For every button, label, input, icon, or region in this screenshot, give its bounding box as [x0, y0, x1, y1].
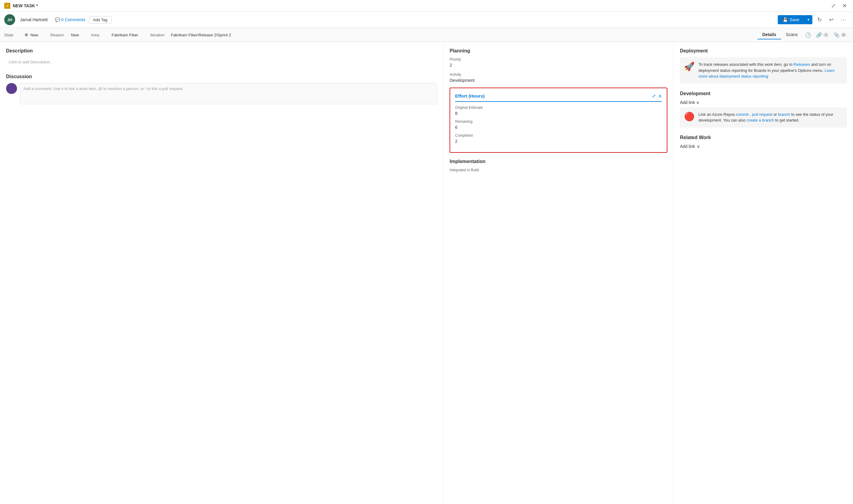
commit-link[interactable]: commit	[736, 112, 749, 117]
state-value[interactable]: New	[30, 33, 38, 37]
original-estimate-label: Original Estimate	[455, 106, 662, 110]
area-label: Area	[91, 33, 109, 37]
save-icon: 💾	[783, 17, 788, 22]
development-section: Development Add link ∨ 🔴 Link an Azure R…	[680, 91, 847, 128]
maximize-button[interactable]: ⤢	[829, 2, 837, 10]
area-field: Area Fabrikam Fiber	[91, 33, 138, 37]
reason-value[interactable]: New	[71, 33, 79, 37]
author-actions: 💬 0 Comments Add Tag	[55, 16, 111, 24]
right-panel: Deployment 🚀 To track releases associate…	[674, 42, 853, 504]
implementation-title: Implementation	[450, 159, 667, 164]
state-field: State New	[4, 33, 38, 37]
effort-collapse-button[interactable]: ∧	[658, 93, 662, 99]
effort-box: Effort (Hours) ⤢ ∧ Original Estimate 8 R…	[450, 88, 667, 153]
planning-title: Planning	[450, 48, 667, 54]
attachments-badge: 0	[841, 33, 846, 37]
related-add-link[interactable]: Add link ∨	[680, 144, 847, 149]
tabs: Details Scans 🕐 🔗 1 📎 0	[758, 30, 849, 39]
activity-field: Activity Development	[450, 72, 667, 83]
deployment-section: Deployment 🚀 To track releases associate…	[680, 48, 847, 84]
priority-field: Priority 2	[450, 57, 667, 68]
development-text: Link an Azure Repos commit , pull reques…	[698, 111, 843, 123]
create-branch-link[interactable]: create a branch	[747, 118, 774, 123]
effort-icons: ⤢ ∧	[652, 93, 662, 99]
comment-icon: 💬	[55, 17, 60, 22]
chevron-down-icon: ∨	[697, 144, 700, 149]
middle-panel: Planning Priority 2 Activity Development…	[443, 42, 674, 504]
iteration-label: Iteration	[150, 33, 168, 37]
priority-value[interactable]: 2	[450, 63, 667, 68]
deployment-title: Deployment	[680, 48, 847, 54]
original-estimate-value[interactable]: 8	[455, 111, 662, 116]
effort-expand-button[interactable]: ⤢	[652, 93, 656, 99]
description-title: Description	[6, 48, 437, 54]
history-icon: 🕐	[805, 32, 811, 38]
tab-details[interactable]: Details	[758, 30, 781, 39]
original-estimate-field: Original Estimate 8	[455, 106, 662, 116]
branch-link[interactable]: branch	[778, 112, 790, 117]
implementation-section: Implementation Integrated in Build	[450, 159, 667, 172]
effort-title: Effort (Hours)	[455, 93, 485, 98]
left-panel: Description Click to add Description. Di…	[0, 42, 443, 504]
area-value[interactable]: Fabrikam Fiber	[111, 33, 138, 37]
related-work-title: Related Work	[680, 135, 847, 140]
pull-request-link[interactable]: pull request	[752, 112, 772, 117]
task-icon: ✓	[4, 3, 10, 9]
development-card: 🔴 Link an Azure Repos commit , pull requ…	[680, 107, 847, 128]
title-bar-left: ✓ NEW TASK *	[4, 3, 38, 9]
save-button[interactable]: 💾 Save	[778, 15, 804, 24]
undo-button[interactable]: ↩	[826, 15, 836, 24]
discussion-input-area: Add a comment. Use # to link a work item…	[6, 83, 437, 104]
author-name: Jamal Hartnett	[20, 17, 48, 22]
remaining-value[interactable]: 6	[455, 125, 662, 130]
author-bar: JH Jamal Hartnett 💬 0 Comments Add Tag 💾…	[0, 12, 853, 28]
tab-scans[interactable]: Scans	[781, 30, 803, 39]
save-dropdown-button[interactable]: ▾	[804, 15, 812, 24]
development-title: Development	[680, 91, 847, 96]
iteration-value[interactable]: Fabrikam Fiber\Release 2\Sprint 2	[171, 33, 231, 37]
deployment-text: To track releases associated with this w…	[698, 61, 843, 79]
title-bar: ✓ NEW TASK * ⤢ ✕	[0, 0, 853, 12]
link-icon: 🔗	[816, 32, 822, 38]
more-options-button[interactable]: ⋯	[838, 15, 849, 24]
remaining-label: Remaining	[455, 120, 662, 124]
title-bar-right: ⤢ ✕	[829, 2, 849, 10]
completed-label: Completed	[455, 133, 662, 138]
avatar: JH	[4, 14, 15, 25]
iteration-field: Iteration Fabrikam Fiber\Release 2\Sprin…	[150, 33, 231, 37]
planning-section: Planning Priority 2 Activity Development	[450, 48, 667, 83]
attachments-button[interactable]: 📎 0	[831, 31, 849, 39]
add-link-button[interactable]: Add link ∨	[680, 100, 847, 105]
discussion-title: Discussion	[6, 74, 437, 79]
header-actions: 💾 Save ▾ ↻ ↩ ⋯	[778, 15, 849, 24]
effort-header: Effort (Hours) ⤢ ∧	[455, 93, 662, 102]
state-label: State	[4, 33, 22, 37]
integrated-build-label: Integrated in Build	[450, 168, 667, 172]
attachment-icon: 📎	[834, 32, 840, 38]
state-bar: State New Reason New Area Fabrikam Fiber…	[0, 28, 853, 42]
activity-label: Activity	[450, 72, 667, 77]
history-button[interactable]: 🕐	[803, 31, 814, 39]
links-button[interactable]: 🔗 1	[814, 31, 831, 39]
refresh-button[interactable]: ↻	[815, 15, 824, 24]
main-content: Description Click to add Description. Di…	[0, 42, 853, 504]
priority-label: Priority	[450, 57, 667, 61]
deployment-icon: 🚀	[684, 61, 695, 72]
save-group: 💾 Save ▾	[778, 15, 812, 24]
related-work-section: Related Work Add link ∨	[680, 135, 847, 149]
description-input[interactable]: Click to add Description.	[6, 57, 437, 67]
discussion-section: Discussion Add a comment. Use # to link …	[6, 74, 437, 104]
completed-field: Completed 2	[455, 133, 662, 144]
comments-link[interactable]: 💬 0 Comments	[55, 17, 85, 22]
discussion-avatar	[6, 83, 17, 94]
activity-value[interactable]: Development	[450, 78, 667, 83]
completed-value[interactable]: 2	[455, 139, 662, 144]
state-dot	[25, 33, 28, 36]
comment-input[interactable]: Add a comment. Use # to link a work item…	[20, 83, 437, 104]
close-button[interactable]: ✕	[840, 2, 849, 10]
releases-link[interactable]: Releases	[794, 62, 810, 67]
reason-label: Reason	[50, 33, 69, 37]
remaining-field: Remaining 6	[455, 120, 662, 130]
add-tag-button[interactable]: Add Tag	[89, 16, 111, 24]
deployment-card: 🚀 To track releases associated with this…	[680, 57, 847, 84]
